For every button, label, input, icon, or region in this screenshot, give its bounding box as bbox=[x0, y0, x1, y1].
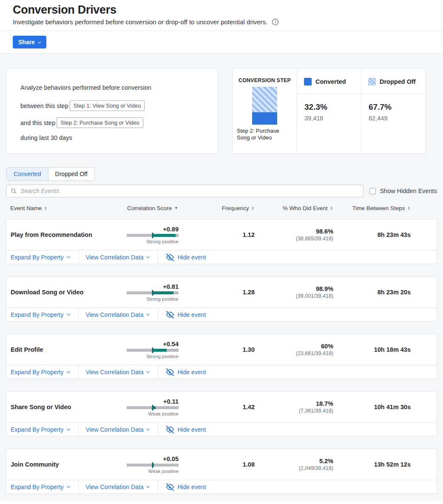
pct-cell: 18.7% (7,361/39,418) bbox=[255, 400, 333, 414]
column-header-pct-who-did-event[interactable]: % Who Did Event ▲▼ ▼ bbox=[254, 205, 333, 211]
event-row: Play from Recommendation +0.89 Strong po… bbox=[6, 219, 437, 264]
chevron-down-icon bbox=[146, 484, 150, 487]
between-step-label: between this step bbox=[20, 103, 68, 109]
chevron-down-icon bbox=[66, 254, 70, 258]
correlation-strength-label: Strong positive bbox=[127, 296, 179, 302]
frequency-value: 1.28 bbox=[179, 289, 255, 296]
event-name: Play from Recommendation bbox=[6, 231, 127, 238]
share-button[interactable]: Share bbox=[13, 36, 46, 48]
sort-icon: ▲▼ bbox=[44, 206, 47, 210]
dropped-off-segment bbox=[252, 87, 277, 112]
dropped-off-percent: 67.7% bbox=[369, 103, 425, 112]
view-correlation-data-button[interactable]: View Correlation Data bbox=[79, 480, 159, 493]
step-1-chip[interactable]: Step 1: View Song or Video bbox=[70, 100, 145, 111]
tab-converted[interactable]: Converted bbox=[7, 168, 48, 180]
converted-column: Converted 32.3% 39,418 bbox=[297, 69, 361, 153]
row-action-bar: Expand By Property View Correlation Data… bbox=[6, 422, 437, 436]
pct-fraction: (38,865/39,418) bbox=[255, 236, 333, 242]
converted-legend-label: Converted bbox=[315, 78, 346, 85]
correlation-cell: +0.11 Weak positive bbox=[127, 398, 179, 416]
pct-who-did-value: 5.2% bbox=[255, 458, 333, 464]
expand-by-property-button[interactable]: Expand By Property bbox=[6, 251, 79, 264]
column-header-event-name[interactable]: Event Name ▲▼ ▼ bbox=[6, 205, 126, 211]
time-between-steps-value: 8h 23m 20s bbox=[333, 289, 411, 296]
event-row: Edit Profile +0.54 Strong positive 1.30 … bbox=[6, 334, 437, 379]
row-action-bar: Expand By Property View Correlation Data… bbox=[6, 365, 437, 379]
correlation-bar bbox=[127, 464, 179, 467]
chevron-down-icon bbox=[66, 369, 70, 373]
view-correlation-data-button[interactable]: View Correlation Data bbox=[79, 365, 159, 379]
time-between-steps-value: 10h 41m 30s bbox=[333, 404, 411, 410]
hide-event-button[interactable]: Hide event bbox=[158, 251, 214, 264]
hide-event-eye-off-icon bbox=[166, 426, 174, 433]
hide-event-button[interactable]: Hide event bbox=[158, 423, 214, 436]
frequency-value: 1.42 bbox=[179, 404, 255, 410]
correlation-cell: +0.05 Weak positive bbox=[127, 456, 179, 474]
expand-by-property-button[interactable]: Expand By Property bbox=[6, 308, 79, 321]
info-icon[interactable] bbox=[272, 18, 279, 26]
view-correlation-data-button[interactable]: View Correlation Data bbox=[79, 423, 159, 436]
hide-event-eye-off-icon bbox=[166, 253, 174, 261]
share-bar: Share bbox=[0, 31, 443, 54]
expand-by-property-button[interactable]: Expand By Property bbox=[6, 423, 79, 436]
conversion-step-panel: CONVERSION STEP Step 2: Purchase Song or… bbox=[232, 68, 426, 154]
conversion-step-bar-label: Step 2: Purchase Song or Video bbox=[233, 125, 297, 141]
correlation-bar-center-tick bbox=[152, 347, 153, 353]
row-action-bar: Expand By Property View Correlation Data… bbox=[6, 480, 437, 493]
show-hidden-events-label: Show Hidden Events bbox=[380, 188, 437, 194]
correlation-cell: +0.54 Strong positive bbox=[127, 341, 179, 359]
correlation-cell: +0.81 Strong positive bbox=[127, 283, 179, 302]
converted-segment bbox=[252, 112, 277, 125]
view-correlation-data-button[interactable]: View Correlation Data bbox=[79, 308, 159, 321]
analysis-config-panel: Analyze behaviors performed before conve… bbox=[6, 68, 218, 154]
chevron-down-icon bbox=[146, 312, 150, 315]
search-input[interactable] bbox=[20, 188, 359, 194]
pct-fraction: (23,661/39,418) bbox=[255, 350, 333, 356]
correlation-bar bbox=[127, 291, 179, 294]
tab-dropped-off[interactable]: Dropped Off bbox=[48, 168, 94, 180]
expand-by-property-button[interactable]: Expand By Property bbox=[6, 365, 79, 379]
row-action-bar: Expand By Property View Correlation Data… bbox=[6, 250, 437, 264]
hide-event-button[interactable]: Hide event bbox=[158, 480, 214, 493]
correlation-bar bbox=[127, 406, 179, 409]
and-step-label: and this step bbox=[20, 120, 55, 126]
hide-event-eye-off-icon bbox=[166, 483, 174, 491]
correlation-bar-fill bbox=[153, 291, 173, 294]
expand-by-property-button[interactable]: Expand By Property bbox=[6, 480, 79, 493]
view-correlation-data-button[interactable]: View Correlation Data bbox=[79, 251, 159, 264]
sort-icon: ▲▼ bbox=[408, 206, 410, 210]
correlation-bar-center-tick bbox=[152, 462, 153, 468]
correlation-score-value: +0.81 bbox=[127, 283, 179, 290]
event-rows-list: Play from Recommendation +0.89 Strong po… bbox=[6, 219, 437, 494]
hide-event-eye-off-icon bbox=[166, 311, 174, 319]
step-2-chip[interactable]: Step 2: Purchase Song or Video bbox=[57, 117, 143, 128]
row-action-bar: Expand By Property View Correlation Data… bbox=[6, 308, 437, 321]
chevron-down-icon bbox=[66, 427, 70, 430]
conversion-mini-bar bbox=[252, 87, 277, 125]
column-header-time-between-steps[interactable]: Time Between Steps ▲▼ ▼ bbox=[333, 205, 410, 211]
event-name: Download Song or Video bbox=[6, 289, 127, 296]
dropped-off-swatch-icon bbox=[368, 78, 376, 85]
tab-converted-label: Converted bbox=[14, 171, 41, 177]
pct-fraction: (39,001/39,418) bbox=[255, 293, 333, 299]
pct-cell: 98.9% (39,001/39,418) bbox=[255, 285, 333, 299]
time-between-steps-value: 8h 23m 43s bbox=[333, 231, 411, 238]
frequency-value: 1.12 bbox=[179, 231, 255, 238]
frequency-value: 1.08 bbox=[179, 461, 255, 468]
correlation-bar-fill bbox=[153, 234, 176, 237]
search-box bbox=[6, 185, 363, 197]
pct-who-did-value: 98.6% bbox=[255, 228, 333, 235]
share-button-label: Share bbox=[18, 39, 35, 46]
hide-event-button[interactable]: Hide event bbox=[158, 365, 214, 379]
main-content: Analyze behaviors performed before conve… bbox=[0, 54, 443, 501]
chevron-down-icon bbox=[38, 40, 41, 43]
page-subtitle: Investigate behaviors performed before c… bbox=[13, 18, 267, 26]
correlation-score-value: +0.89 bbox=[127, 226, 179, 233]
hide-event-button[interactable]: Hide event bbox=[158, 308, 214, 321]
pct-fraction: (7,361/39,418) bbox=[255, 408, 333, 414]
column-header-frequency[interactable]: Frequency ▲▼ ▼ bbox=[178, 205, 254, 211]
event-name: Edit Profile bbox=[6, 346, 127, 353]
column-header-correlation-score[interactable]: Correlation Score ▲▼ ▼ bbox=[126, 205, 178, 211]
show-hidden-events-checkbox[interactable] bbox=[369, 188, 376, 194]
page-title: Conversion Drivers bbox=[13, 3, 430, 17]
